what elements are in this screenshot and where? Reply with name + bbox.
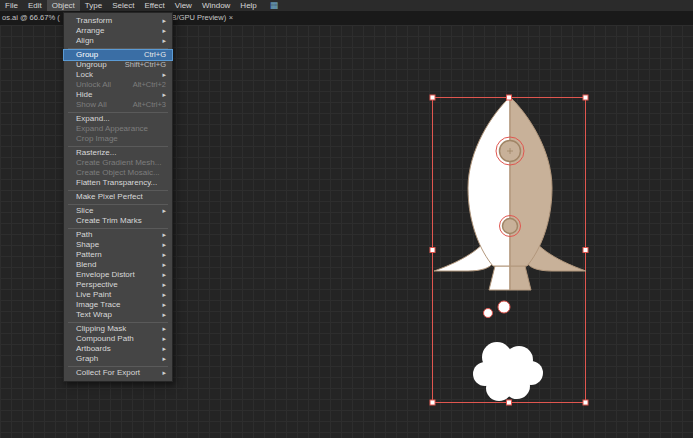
menubar-item-effect[interactable]: Effect xyxy=(139,0,169,11)
rocket-body-left[interactable] xyxy=(468,97,510,266)
smoke-puff-small[interactable] xyxy=(484,301,511,318)
menu-item-slice[interactable]: Slice▸ xyxy=(64,206,172,216)
menu-item-graph[interactable]: Graph▸ xyxy=(64,354,172,364)
menubar-item-object[interactable]: Object xyxy=(47,0,80,11)
selection-handle[interactable] xyxy=(507,95,512,100)
menubar-item-view[interactable]: View xyxy=(170,0,197,11)
rocket-nozzle-left[interactable] xyxy=(489,266,510,290)
rocket-window-top[interactable] xyxy=(496,137,524,165)
menu-item-rasterize[interactable]: Rasterize... xyxy=(64,148,172,158)
menu-separator xyxy=(68,228,168,229)
menu-item-live-paint[interactable]: Live Paint▸ xyxy=(64,290,172,300)
menu-item-unlock-all: Unlock AllAlt+Ctrl+2 xyxy=(64,80,172,90)
menubar-item-type[interactable]: Type xyxy=(80,0,107,11)
selection-handle[interactable] xyxy=(430,248,435,253)
menu-item-image-trace[interactable]: Image Trace▸ xyxy=(64,300,172,310)
menu-separator xyxy=(68,146,168,147)
menu-item-envelope-distort[interactable]: Envelope Distort▸ xyxy=(64,270,172,280)
menu-item-pattern[interactable]: Pattern▸ xyxy=(64,250,172,260)
menu-item-compound-path[interactable]: Compound Path▸ xyxy=(64,334,172,344)
menu-item-shape[interactable]: Shape▸ xyxy=(64,240,172,250)
menubar-item-file[interactable]: File xyxy=(0,0,23,11)
rocket-window-bottom[interactable] xyxy=(500,216,521,237)
menu-item-make-pixel-perfect[interactable]: Make Pixel Perfect xyxy=(64,192,172,202)
selection-handle[interactable] xyxy=(583,248,588,253)
selection-handle[interactable] xyxy=(430,400,435,405)
document-title-left-fragment: os.ai @ 66.67% ( xyxy=(2,11,60,25)
menubar-item-edit[interactable]: Edit xyxy=(23,0,47,11)
menu-item-artboards[interactable]: Artboards▸ xyxy=(64,344,172,354)
menu-item-expand-appearance: Expand Appearance xyxy=(64,124,172,134)
menu-item-create-trim-marks[interactable]: Create Trim Marks xyxy=(64,216,172,226)
menu-separator xyxy=(68,190,168,191)
menubar-item-select[interactable]: Select xyxy=(107,0,139,11)
menu-separator xyxy=(68,366,168,367)
rocket-body-right[interactable] xyxy=(510,97,552,266)
menu-item-transform[interactable]: Transform▸ xyxy=(64,16,172,26)
menu-item-align[interactable]: Align▸ xyxy=(64,36,172,46)
rocket-nozzle-right[interactable] xyxy=(510,266,531,290)
menu-item-create-object-mosaic: Create Object Mosaic... xyxy=(64,168,172,178)
selection-handle[interactable] xyxy=(430,95,435,100)
menu-item-ungroup[interactable]: UngroupShift+Ctrl+G xyxy=(64,60,172,70)
workspace-grid-icon[interactable]: ▦ xyxy=(270,0,279,11)
menu-item-text-wrap[interactable]: Text Wrap▸ xyxy=(64,310,172,320)
selection-handle[interactable] xyxy=(583,95,588,100)
menubar-item-help[interactable]: Help xyxy=(235,0,261,11)
menu-item-flatten-transparency[interactable]: Flatten Transparency... xyxy=(64,178,172,188)
menu-item-clipping-mask[interactable]: Clipping Mask▸ xyxy=(64,324,172,334)
menu-item-expand[interactable]: Expand... xyxy=(64,114,172,124)
menu-bar: FileEditObjectTypeSelectEffectViewWindow… xyxy=(0,0,693,11)
menu-item-blend[interactable]: Blend▸ xyxy=(64,260,172,270)
object-menu-dropdown: Transform▸Arrange▸Align▸GroupCtrl+GUngro… xyxy=(63,12,173,382)
selection-handle[interactable] xyxy=(507,400,512,405)
menu-separator xyxy=(68,48,168,49)
menubar-item-window[interactable]: Window xyxy=(197,0,235,11)
menu-item-lock[interactable]: Lock▸ xyxy=(64,70,172,80)
menu-item-arrange[interactable]: Arrange▸ xyxy=(64,26,172,36)
smoke-cloud[interactable] xyxy=(473,342,543,401)
menu-separator xyxy=(68,204,168,205)
menu-item-collect-for-export[interactable]: Collect For Export▸ xyxy=(64,368,172,378)
menu-item-hide[interactable]: Hide▸ xyxy=(64,90,172,100)
selection-handle[interactable] xyxy=(583,400,588,405)
menu-bar-items: FileEditObjectTypeSelectEffectViewWindow… xyxy=(0,0,262,11)
menu-item-path[interactable]: Path▸ xyxy=(64,230,172,240)
menu-item-create-gradient-mesh: Create Gradient Mesh... xyxy=(64,158,172,168)
menu-item-show-all: Show AllAlt+Ctrl+3 xyxy=(64,100,172,110)
menu-item-perspective[interactable]: Perspective▸ xyxy=(64,280,172,290)
menu-separator xyxy=(68,322,168,323)
menu-item-group[interactable]: GroupCtrl+G xyxy=(64,50,172,60)
menu-separator xyxy=(68,112,168,113)
tab-close-icon[interactable]: × xyxy=(226,11,236,25)
menu-item-crop-image: Crop Image xyxy=(64,134,172,144)
